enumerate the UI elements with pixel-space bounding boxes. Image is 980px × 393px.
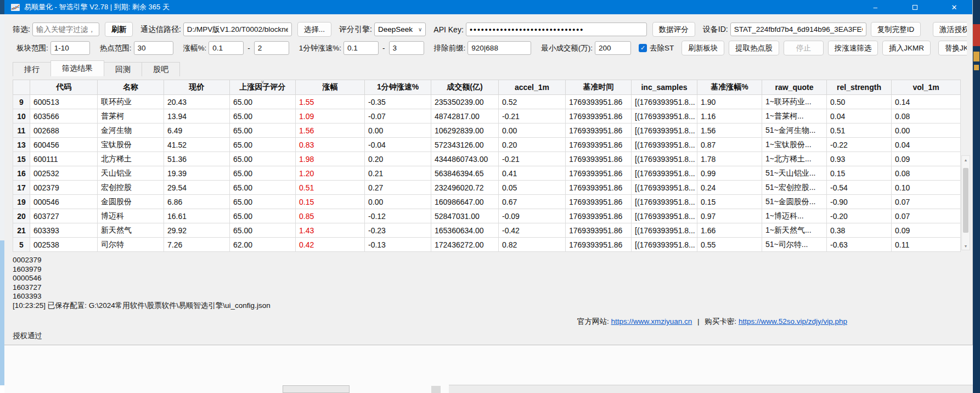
toolbar-row-2: 板块范围: 热点范围: 涨幅%: - 1分钟涨速%: - 排除前缀: 最小成交额… (16, 41, 967, 55)
table-cell: [(1769393951.8... (632, 138, 697, 152)
column-header-涨幅[interactable]: 涨幅 (296, 80, 365, 95)
refresh-blocks-button[interactable]: 刷新板块 (682, 41, 724, 55)
column-header-现价[interactable]: 现价 (164, 80, 230, 95)
table-row-002532[interactable]: 16002532天山铝业19.3965.001.200.21563846394.… (13, 166, 961, 181)
column-header-rel_strength[interactable]: rel_strength (827, 80, 892, 95)
exclude-prefix-input[interactable] (468, 41, 531, 55)
column-header-rownum[interactable] (13, 80, 30, 95)
device-id-field[interactable] (730, 23, 866, 36)
table-row-603566[interactable]: 10603566普莱柯13.9465.001.09-0.0748742817.0… (13, 109, 961, 123)
table-cell: 天山铝业 (98, 166, 164, 181)
api-key-input[interactable]: ●●●●●●●●●●●●●●●●●●●●●●●●●●●●●● (466, 23, 647, 36)
column-header-inc_samples[interactable]: inc_samples (632, 80, 697, 95)
column-header-代码[interactable]: 代码 (30, 80, 98, 95)
table-cell: 1769393951.86 (566, 152, 632, 166)
table-row-603393[interactable]: 21603393新天然气29.9265.001.43-0.23165360634… (13, 223, 961, 238)
change-pct-min-input[interactable] (209, 41, 244, 55)
api-key-label: API Key: (433, 25, 463, 34)
table-cell: 0.05 (499, 181, 566, 195)
table-cell: 1~宝钛股份... (762, 138, 827, 152)
hot-range-label: 热点范围: (100, 43, 132, 53)
column-header-名称[interactable]: 名称 (98, 80, 164, 95)
data-score-button[interactable]: 数据评分 (652, 22, 695, 37)
table-row-002379[interactable]: 17002379宏创控股29.5465.000.510.27232496020.… (13, 181, 961, 195)
scroll-down-icon[interactable]: ▼ (962, 242, 970, 250)
table-row-603727[interactable]: 20603727博迈科16.6165.000.85-0.1252847031.0… (13, 209, 961, 223)
tab-filter-results[interactable]: 筛选结果 (50, 60, 104, 76)
table-row-600513[interactable]: 9600513联环药业20.4365.001.55-0.35235350239.… (13, 95, 961, 109)
speed-max-input[interactable] (389, 41, 424, 55)
min-turnover-input[interactable] (595, 41, 631, 55)
insert-jkmr-button[interactable]: 插入JKMR (882, 41, 931, 55)
tdx-path-input[interactable] (183, 23, 292, 36)
activate-license-button[interactable]: 激活授权 (933, 22, 967, 37)
scroll-up-icon[interactable]: ▲ (962, 156, 970, 164)
column-header-vol_1m[interactable]: vol_1m (892, 80, 961, 95)
table-scrollbar[interactable]: ▲ ▼ (961, 155, 970, 250)
table-cell: 563846394.65 (431, 166, 499, 181)
table-cell: 51~司尔特... (762, 238, 827, 252)
stop-button[interactable]: 停止 (784, 41, 824, 55)
tab-stock-forum[interactable]: 股吧 (142, 62, 180, 76)
table-cell: 51~金圆股份... (762, 195, 827, 209)
tab-ranking[interactable]: 排行 (13, 62, 51, 76)
table-row-002688[interactable]: 11002688金河生物6.4965.001.560.00106292839.0… (13, 123, 961, 138)
column-header-raw_quote[interactable]: raw_quote (762, 80, 827, 95)
speed-filter-button[interactable]: 按涨速筛选 (828, 41, 878, 55)
table-cell: 165360634.00 (431, 223, 499, 238)
column-header-1分钟涨速%[interactable]: 1分钟涨速% (365, 80, 431, 95)
left-edge-bottom (0, 385, 4, 393)
change-pct-max-input[interactable] (254, 41, 289, 55)
table-cell: 65.00 (230, 95, 296, 109)
engine-select[interactable]: DeepSeek ∨ (374, 23, 426, 36)
hot-range-input[interactable] (134, 41, 173, 55)
table-cell: 1769393951.86 (566, 123, 632, 138)
table-row-600111[interactable]: 15600111北方稀土51.3665.001.980.204344860743… (13, 152, 961, 166)
column-header-基准时间[interactable]: 基准时间 (566, 80, 632, 95)
filter-input[interactable] (32, 23, 99, 36)
table-cell: [(1769393951.8... (632, 238, 697, 252)
buy-card-link[interactable]: https://www.52so.vip/zdjy/vip.php (739, 317, 847, 325)
status-text: 授权通过 (13, 331, 42, 341)
column-header-基准涨幅%[interactable]: 基准涨幅% (697, 80, 762, 95)
table-cell: 普莱柯 (98, 109, 164, 123)
column-header-上涨因子评分[interactable]: 上涨因子评分∨ (230, 80, 296, 95)
table-cell: 235350239.00 (431, 95, 499, 109)
refresh-button[interactable]: 刷新 (105, 22, 133, 37)
close-button[interactable]: ✕ (942, 0, 967, 14)
extract-hot-stocks-button[interactable]: 提取热点股 (729, 41, 779, 55)
table-cell: 0.82 (499, 238, 566, 252)
speed-min-input[interactable] (343, 41, 379, 55)
exclude-prefix-label: 排除前缀: (434, 43, 466, 53)
table-cell: 0.00 (365, 123, 431, 138)
remove-st-checkbox[interactable]: ✓ 去除ST (639, 43, 674, 53)
table-cell: 1.98 (296, 152, 365, 166)
scrollbar-thumb[interactable] (963, 168, 968, 233)
minimize-button[interactable]: – (863, 0, 888, 14)
table-cell: 002538 (30, 238, 98, 252)
replace-jkmr-button[interactable]: 替换JKMR (938, 41, 967, 55)
table-cell: 1.16 (697, 109, 762, 123)
scrollbar-track[interactable] (962, 164, 970, 242)
maximize-button[interactable] (902, 0, 927, 14)
block-range-input[interactable] (50, 41, 90, 55)
table-cell: 65.00 (230, 181, 296, 195)
table-row-002538[interactable]: 5002538司尔特7.2662.000.42-0.13172436272.00… (13, 238, 961, 252)
table-cell: 106292839.00 (431, 123, 499, 138)
table-cell: 0.09 (892, 152, 961, 166)
chevron-down-icon: ∨ (418, 26, 422, 32)
tab-backtest[interactable]: 回测 (104, 62, 142, 76)
browse-button[interactable]: 选择... (297, 22, 331, 37)
table-cell: [(1769393951.8... (632, 166, 697, 181)
table-cell: 司尔特 (98, 238, 164, 252)
table-cell: 北方稀土 (98, 152, 164, 166)
column-header-成交额(亿)[interactable]: 成交额(亿) (431, 80, 499, 95)
table-cell: 0.41 (499, 166, 566, 181)
official-site-link[interactable]: https://www.xmziyuan.cn (611, 317, 692, 325)
table-cell: 0.24 (697, 181, 762, 195)
column-header-accel_1m[interactable]: accel_1m (499, 80, 566, 95)
copy-full-id-button[interactable]: 复制完整ID (871, 22, 921, 37)
table-cell: 600456 (30, 138, 98, 152)
table-row-600456[interactable]: 13600456宝钛股份41.5265.000.83-0.04572343126… (13, 138, 961, 152)
table-row-000546[interactable]: 19000546金圆股份6.8665.000.150.00160986647.0… (13, 195, 961, 209)
